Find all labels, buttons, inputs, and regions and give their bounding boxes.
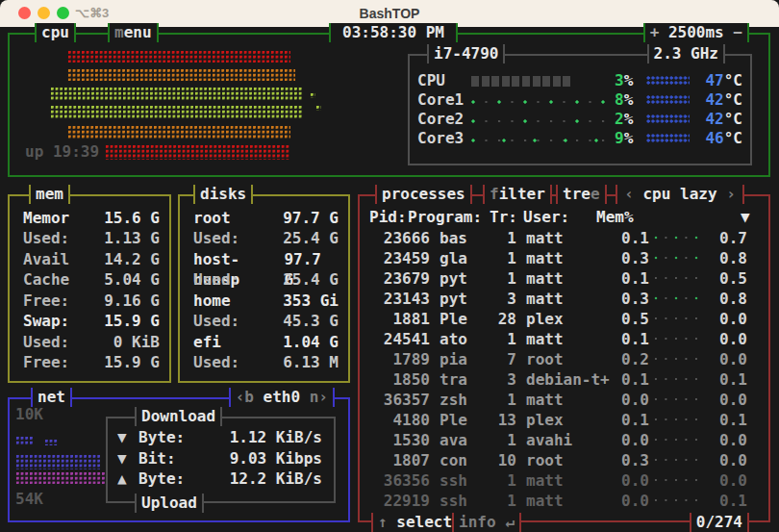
cpu-load-meter [467, 75, 588, 87]
process-cpu-graph [654, 456, 702, 464]
disk-row: Used:45.3 G [193, 311, 339, 331]
filter-hotkey: f [490, 185, 499, 203]
info-button[interactable]: info ↵ [452, 513, 521, 532]
iface-name: eth0 [264, 388, 301, 406]
select-up-icon[interactable]: ↑ [378, 513, 388, 531]
clock: 03:58:30 PM [329, 23, 458, 42]
core2-row: Core2 2% 42°C [417, 110, 742, 129]
core-temp-graph [646, 114, 690, 124]
disk-row: efi1.04 G [193, 332, 339, 352]
core-temp: 46°C [690, 129, 742, 148]
net-download-graph [15, 454, 100, 469]
net-download-graph [15, 436, 33, 445]
process-row[interactable]: 22919ssh1matt0.00.1 [367, 492, 761, 511]
process-cpu-graph [654, 355, 702, 363]
mem-box-label[interactable]: mem [29, 185, 70, 204]
disk-row: root97.7 G [193, 208, 339, 228]
process-row[interactable]: 23666bas1matt0.10.7 [367, 229, 761, 248]
sort-switcher: ‹ cpu lazy › [616, 185, 744, 204]
net-box-label[interactable]: net [31, 388, 72, 407]
process-row[interactable]: 36357zsh1matt0.00.0 [367, 391, 761, 410]
sort-prev-button[interactable]: ‹ [624, 185, 634, 203]
up-arrow-icon: ▲ [117, 469, 138, 489]
tree-label: tre [563, 185, 591, 203]
sort-mode-label: cpu lazy [642, 185, 716, 203]
core-temp: 47°C [690, 71, 742, 90]
core3-row: Core3 9% 46°C [417, 129, 742, 148]
core-load: 3% [587, 71, 633, 90]
disks-box-label[interactable]: disks [193, 185, 253, 204]
disks-box: disks root97.7 G Used:25.4 G host-hunsp9… [178, 194, 350, 383]
process-row[interactable]: 1789pia7root0.20.0 [367, 350, 761, 369]
process-row[interactable]: 4180Ple13plex0.10.1 [367, 411, 761, 430]
download-label: Download [135, 407, 222, 426]
cpu-box-label[interactable]: cpu [35, 23, 76, 42]
mem-row: Cache5.04 G [23, 269, 160, 290]
cpu-graph-band-green-top [50, 87, 303, 100]
tree-button[interactable]: tree [556, 185, 607, 204]
core-temp: 42°C [690, 90, 742, 110]
process-cpu-graph [654, 254, 702, 262]
process-cpu-graph [654, 274, 702, 282]
net-scale-bottom: 54K [15, 490, 43, 508]
process-row[interactable]: 23679pyt1matt0.10.5 [367, 269, 761, 289]
refresh-decrease-button[interactable]: − [733, 23, 742, 41]
cpu-graph-band-red-top [67, 50, 290, 63]
mem-row: Free:15.9 G [23, 352, 160, 372]
cpu-model: i7-4790 [427, 44, 505, 63]
cpu-graph-band-orange-bottom [67, 125, 290, 139]
process-row[interactable]: 36356ssh1matt0.00.0 [367, 471, 761, 491]
header-program[interactable]: Program: [408, 208, 482, 226]
processes-box-label[interactable]: processes [375, 185, 472, 204]
cpu-box: cpu menu 03:58:30 PM + 2500ms − up 19:39… [8, 33, 770, 177]
process-cpu-graph [654, 315, 702, 322]
process-row[interactable]: 1807con10root0.30.0 [367, 451, 761, 470]
net-upload-graph [15, 471, 106, 484]
process-row[interactable]: 1530ava1avahi0.00.0 [367, 431, 761, 450]
core-load-graph [467, 133, 588, 144]
header-mem[interactable]: Mem% [596, 208, 634, 226]
iface-next-button[interactable]: n› [310, 388, 328, 406]
cpu-frequency: 2.3 GHz [647, 44, 725, 63]
process-cpu-graph [654, 416, 702, 423]
upload-label: Upload [135, 494, 204, 513]
cpu-graph-band-green-bottom [50, 105, 303, 118]
process-cpu-graph [654, 294, 702, 302]
mem-box: mem Memor15.6 G Used:1.13 G Avail14.2 G … [8, 194, 171, 383]
header-user[interactable]: User: [523, 208, 569, 226]
mem-row: Free:9.16 G [23, 291, 160, 311]
process-row[interactable]: 1850tra3debian-t+0.10.1 [367, 370, 761, 390]
processes-box: processes filter tree ‹ cpu lazy › Pid: … [358, 194, 770, 522]
filter-label: ilter [499, 185, 545, 203]
net-download-graph [44, 439, 58, 445]
process-row[interactable]: 23459gla1matt0.30.8 [367, 249, 761, 268]
menu-button[interactable]: menu [108, 23, 159, 42]
core-temp-graph [646, 95, 690, 105]
process-row[interactable]: 24541ato1matt0.10.0 [367, 330, 761, 349]
mem-row: Used:1.13 G [23, 228, 160, 248]
cpu-graph-dot [310, 92, 315, 98]
bashtop-window: ⌥⌘3 BashTOP cpu menu 03:58:30 PM + 2500m… [0, 0, 779, 532]
filter-button[interactable]: filter [483, 185, 552, 204]
disk-row: Used:25.4 G [193, 269, 339, 290]
net-row: ▼Bit:9.03 Kibps [117, 448, 322, 469]
process-cpu-graph [654, 436, 702, 443]
header-pid[interactable]: Pid: [369, 208, 407, 226]
header-tr[interactable]: Tr: [490, 208, 517, 226]
sort-next-button[interactable]: › [726, 185, 736, 203]
core-load-graph [467, 114, 588, 125]
mem-row: Avail14.2 G [23, 249, 160, 269]
net-speeds-box: Download ▼Byte:1.12 KiB/s ▼Bit:9.03 Kibp… [106, 417, 336, 503]
net-interface-switcher: ‹b eth0 n› [229, 388, 335, 407]
disk-row: home353 Gi [193, 291, 339, 311]
core-temp: 42°C [690, 110, 742, 129]
disk-row: host-hunsp97.7 G [193, 249, 339, 269]
process-row[interactable]: 23143pyt3matt0.30.8 [367, 290, 761, 309]
process-cpu-graph [654, 234, 702, 241]
iface-prev-button[interactable]: ‹b [236, 388, 254, 406]
cpu-graph-band-red-bottom [105, 144, 290, 160]
refresh-control: + 2500ms − [643, 23, 749, 42]
window-title: BashTOP [0, 6, 779, 21]
refresh-increase-button[interactable]: + [650, 23, 660, 41]
process-row[interactable]: 1881Ple28plex0.50.0 [367, 310, 761, 329]
